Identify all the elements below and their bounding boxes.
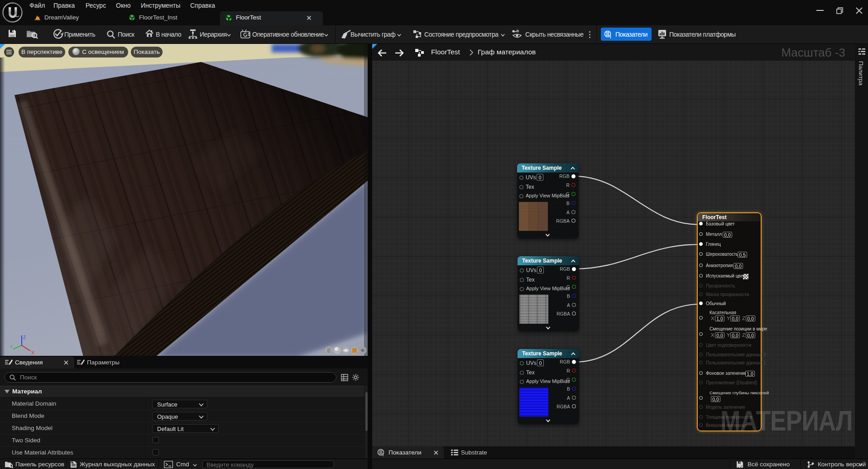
svg-text:Y: Y (10, 345, 13, 349)
svg-text:i: i (610, 35, 611, 39)
svg-text:Z: Z (23, 335, 26, 340)
svg-text:X: X (31, 350, 34, 355)
